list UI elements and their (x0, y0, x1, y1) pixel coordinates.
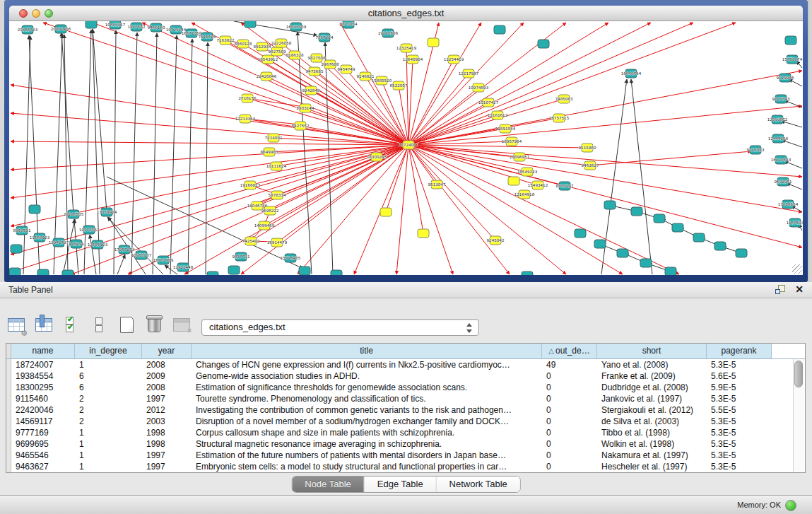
tab-network-table[interactable]: Network Table (437, 477, 520, 492)
select-all-icon[interactable] (61, 314, 82, 335)
table-panel: Table Panel ✕ ⚙ f(x) citations_edges.txt… (0, 282, 812, 514)
scrollbar-thumb[interactable] (794, 361, 803, 387)
table-cell: 1 (75, 438, 142, 450)
graph-node[interactable] (418, 229, 429, 238)
table-selector-dropdown[interactable]: citations_edges.txt (201, 319, 479, 336)
table-cell: 0 (542, 461, 597, 472)
graph-node[interactable] (654, 214, 665, 223)
close-icon[interactable]: ✕ (795, 284, 804, 295)
graph-node[interactable] (331, 270, 342, 275)
table-row[interactable]: 911546021997Tourette syndrome. Phenomeno… (6, 393, 805, 404)
select-columns-icon[interactable] (33, 314, 54, 335)
window-titlebar[interactable]: citations_edges.txt (9, 6, 803, 21)
graph-node[interactable] (522, 271, 533, 275)
graph-node[interactable] (538, 40, 549, 48)
table-row[interactable]: 1938455462009Genome-wide association stu… (6, 370, 805, 382)
graph-node[interactable] (62, 270, 73, 275)
graph-node[interactable] (11, 245, 22, 253)
column-header-out_de[interactable]: △out_de… (542, 344, 597, 358)
delete-attribute-icon[interactable] (143, 314, 165, 335)
table-row[interactable]: 1456911722003Disruption of a novel membe… (6, 416, 805, 427)
graph-node[interactable] (86, 21, 97, 28)
graph-node-label: 22226058 (271, 41, 292, 45)
network-canvas[interactable]: 2035572320891406106533271527602946616010… (9, 21, 803, 275)
graph-edge (408, 23, 736, 145)
graph-node-label: 7485083 (555, 97, 573, 101)
graph-edge (153, 33, 157, 274)
new-table-icon[interactable] (116, 314, 137, 335)
row-height-icon[interactable] (88, 314, 110, 335)
column-header-in_degree[interactable]: in_degree (75, 344, 142, 358)
table-type-tabs: Node TableEdge TableNetwork Table (291, 476, 521, 493)
memory-status-label: Memory: OK (737, 501, 781, 509)
table-cell: Genome-wide association studies in ADHD. (192, 370, 542, 382)
graph-node[interactable] (428, 38, 439, 47)
graph-node[interactable] (640, 259, 652, 267)
float-window-icon[interactable] (775, 285, 785, 295)
table-cell: 2009 (142, 370, 192, 382)
window-title: citations_edges.txt (9, 8, 803, 18)
graph-edge (64, 35, 68, 274)
table-row[interactable]: 969969511998Structural magnetic resonanc… (6, 438, 805, 450)
graph-node-label: 10958187 (131, 253, 152, 257)
graph-node[interactable] (604, 201, 616, 209)
graph-edge (408, 23, 693, 145)
column-header-short[interactable]: short (597, 344, 707, 358)
graph-node-label: 8860128 (235, 42, 252, 46)
graph-node[interactable] (672, 223, 683, 232)
column-header-pagerank[interactable]: pagerank (707, 344, 772, 358)
graph-node[interactable] (37, 269, 49, 275)
table-cell: 1 (75, 359, 142, 370)
graph-node[interactable] (29, 205, 40, 214)
graph-node-label: 8950511 (13, 228, 31, 233)
table-cell: Structural magnetic resonance image aver… (192, 438, 542, 450)
table-row[interactable]: 946362711997Embryonic stem cells: a mode… (6, 461, 805, 472)
graph-node[interactable] (594, 240, 606, 248)
node-table: namein_degreeyeartitle△out_de…shortpager… (6, 343, 806, 473)
column-header-title[interactable]: title (192, 344, 542, 358)
graph-node[interactable] (508, 177, 519, 185)
canvas-resize-grip[interactable] (792, 264, 802, 274)
graph-node[interactable] (245, 21, 256, 28)
graph-node[interactable] (380, 208, 392, 216)
graph-node[interactable] (714, 242, 726, 250)
graph-node[interactable] (9, 268, 20, 275)
tab-edge-table[interactable]: Edge Table (365, 477, 437, 492)
table-row[interactable]: 1830029562008Estimation of significance … (6, 382, 805, 393)
table-cell: Stergiakouli et al. (2012) (597, 404, 707, 416)
graph-node[interactable] (617, 249, 628, 257)
table-cell: Nakamura et al. (1997) (597, 450, 707, 461)
graph-node[interactable] (785, 36, 796, 45)
graph-edge (408, 145, 566, 274)
table-cell: 6 (75, 382, 142, 393)
graph-node-label: 9857791 (233, 255, 250, 259)
table-row[interactable]: 977716911998Corpus callosum shape and si… (6, 427, 805, 438)
graph-node[interactable] (575, 229, 586, 238)
table-row[interactable]: 1872400712008Changes of HCN gene express… (6, 359, 805, 370)
table-cell: 0 (542, 404, 597, 416)
graph-node-label: 8186328 (286, 53, 304, 57)
graph-node-label: 19166823 (240, 183, 261, 187)
memory-status-indicator[interactable] (785, 500, 796, 511)
table-row[interactable]: 946554611997Estimation of the future num… (6, 450, 805, 461)
graph-node[interactable] (631, 207, 642, 216)
network-view-window: citations_edges.txt 20355723208914061065… (4, 0, 808, 282)
graph-node[interactable] (736, 249, 747, 257)
graph-node[interactable] (228, 266, 240, 274)
graph-node[interactable] (494, 25, 505, 34)
graph-node[interactable] (207, 271, 218, 275)
table-row[interactable]: 2242004622012Investigating the contribut… (6, 404, 805, 416)
vertical-scrollbar[interactable] (793, 359, 804, 472)
delete-table-icon[interactable] (171, 314, 192, 335)
graph-node-label: 8427552 (292, 124, 310, 128)
graph-node[interactable] (665, 267, 676, 275)
tab-node-table[interactable]: Node Table (292, 477, 365, 492)
graph-node[interactable] (299, 267, 310, 275)
table-cell: Estimation of the future numbers of pati… (192, 450, 542, 461)
citation-network-graph[interactable]: 2035572320891406106533271527602946616010… (9, 21, 803, 275)
table-settings-icon[interactable]: ⚙ (6, 314, 27, 335)
column-header-year[interactable]: year (142, 344, 192, 358)
column-header-name[interactable]: name (11, 344, 75, 358)
table-cell: Franke et al. (2009) (597, 370, 707, 382)
graph-node[interactable] (693, 233, 705, 242)
